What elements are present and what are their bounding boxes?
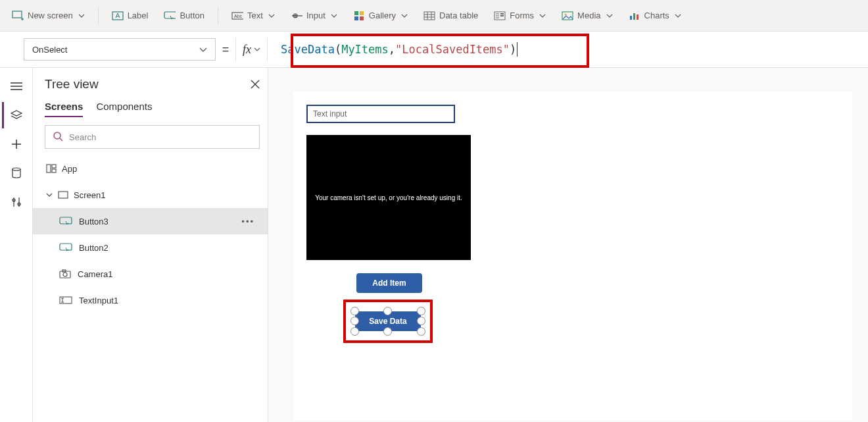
- svg-point-53: [63, 273, 67, 277]
- resize-handle[interactable]: [350, 307, 359, 315]
- charts-button[interactable]: Charts: [622, 4, 688, 28]
- new-screen-icon: [12, 10, 24, 22]
- tree-view-rail-button[interactable]: [2, 102, 28, 128]
- input-icon: [291, 10, 302, 22]
- selected-control-wrapper: Save Data: [355, 311, 421, 331]
- media-button[interactable]: Media: [555, 4, 619, 28]
- formula-arg1: MyItems: [341, 43, 389, 56]
- svg-rect-45: [47, 165, 51, 172]
- tab-components[interactable]: Components: [96, 101, 152, 117]
- tree-item-button3[interactable]: Button3 •••: [33, 208, 268, 234]
- tree-item-app[interactable]: App: [33, 155, 268, 182]
- new-screen-button[interactable]: New screen: [5, 4, 91, 28]
- tree-item-label: Button2: [79, 243, 108, 253]
- ribbon: New screen Label Button Abc Text Input G…: [0, 0, 868, 32]
- formula-function: SaveData: [281, 43, 335, 56]
- svg-rect-49: [60, 217, 72, 224]
- resize-handle[interactable]: [383, 327, 392, 336]
- chevron-down-icon: [331, 14, 337, 18]
- screen-icon: [58, 191, 68, 199]
- canvas[interactable]: Text input Your camera isn't set up, or …: [293, 92, 852, 421]
- charts-icon: [629, 10, 640, 22]
- formula-comma: ,: [389, 43, 395, 56]
- resize-handle[interactable]: [417, 307, 425, 315]
- data-rail-button[interactable]: [3, 160, 30, 186]
- resize-handle[interactable]: [417, 317, 425, 325]
- svg-rect-50: [60, 244, 72, 250]
- gallery-icon: [353, 10, 365, 22]
- tree-item-label: Button3: [79, 217, 108, 226]
- tree-item-label: TextInput1: [79, 296, 118, 305]
- chevron-down-icon: [401, 14, 408, 18]
- svg-rect-11: [354, 11, 358, 15]
- forms-button[interactable]: Forms: [487, 4, 552, 28]
- tree-item-camera1[interactable]: Camera1: [33, 261, 268, 287]
- chevron-down-icon: [268, 14, 275, 18]
- tree-item-label: Camera1: [78, 269, 112, 279]
- forms-label: Forms: [510, 11, 534, 20]
- svg-rect-24: [500, 13, 504, 14]
- plus-icon: [11, 139, 22, 149]
- tools-icon: [11, 196, 22, 208]
- tree-view-panel: Tree view Screens Components Search App …: [33, 68, 268, 422]
- save-data-label: Save Data: [369, 317, 406, 326]
- charts-label: Charts: [644, 11, 669, 20]
- tree-item-screen1[interactable]: Screen1: [33, 182, 268, 208]
- svg-rect-4: [164, 12, 176, 18]
- media-label: Media: [577, 11, 600, 20]
- button-icon: [164, 10, 176, 22]
- camera-icon: [59, 269, 71, 278]
- resize-handle[interactable]: [350, 317, 359, 325]
- text-input-control[interactable]: Text input: [306, 105, 455, 123]
- hamburger-icon: [11, 82, 22, 91]
- svg-rect-29: [633, 13, 635, 20]
- formula-input[interactable]: SaveData( MyItems, "LocalSavedItems" ): [268, 32, 868, 67]
- tree-list: App Screen1 Button3 ••• Button2: [33, 155, 268, 313]
- chevron-down-icon: [539, 14, 546, 18]
- more-icon[interactable]: •••: [241, 217, 254, 226]
- resize-handle[interactable]: [350, 327, 359, 336]
- svg-point-27: [565, 13, 567, 15]
- input-button[interactable]: Input: [284, 4, 344, 28]
- formula-paren-close: ): [510, 43, 516, 56]
- svg-rect-15: [424, 12, 435, 20]
- layers-icon: [10, 110, 23, 120]
- tree-item-button2[interactable]: Button2: [33, 234, 268, 261]
- left-rail: [0, 68, 33, 422]
- resize-handle[interactable]: [417, 327, 425, 336]
- camera-message: Your camera isn't set up, or you're alre…: [315, 194, 462, 201]
- hamburger-button[interactable]: [3, 73, 30, 99]
- separator: [98, 7, 99, 25]
- text-button[interactable]: Abc Text: [225, 4, 281, 28]
- tree-item-label: Screen1: [74, 190, 105, 200]
- svg-rect-14: [360, 16, 364, 20]
- text-input-placeholder: Text input: [313, 109, 347, 119]
- button-button[interactable]: Button: [157, 4, 211, 28]
- chevron-down-icon: [606, 14, 613, 18]
- fx-icon: fx: [243, 43, 251, 57]
- data-table-label: Data table: [439, 11, 478, 20]
- chevron-down-icon: [675, 14, 681, 18]
- canvas-area: Text input Your camera isn't set up, or …: [268, 68, 868, 422]
- insert-rail-button[interactable]: [3, 131, 30, 157]
- resize-handle[interactable]: [383, 307, 392, 315]
- svg-rect-47: [52, 169, 56, 172]
- search-placeholder: Search: [69, 132, 96, 142]
- property-selector[interactable]: OnSelect: [24, 38, 216, 61]
- formula-paren-open: (: [335, 43, 341, 56]
- tab-screens[interactable]: Screens: [45, 101, 83, 117]
- search-input[interactable]: Search: [45, 125, 260, 149]
- gallery-button[interactable]: Gallery: [347, 4, 414, 28]
- svg-point-36: [12, 168, 20, 171]
- tools-rail-button[interactable]: [3, 189, 30, 215]
- label-button[interactable]: Label: [105, 4, 155, 28]
- tree-tabs: Screens Components: [45, 101, 260, 117]
- tree-item-textinput1[interactable]: TextInput1: [33, 287, 268, 313]
- close-icon[interactable]: [251, 80, 260, 89]
- camera-control[interactable]: Your camera isn't set up, or you're alre…: [306, 135, 471, 260]
- svg-rect-30: [637, 14, 639, 20]
- fx-button[interactable]: fx: [236, 43, 267, 57]
- data-table-button[interactable]: Data table: [417, 4, 485, 28]
- button-label: Button: [180, 11, 205, 20]
- add-item-button[interactable]: Add Item: [356, 273, 422, 293]
